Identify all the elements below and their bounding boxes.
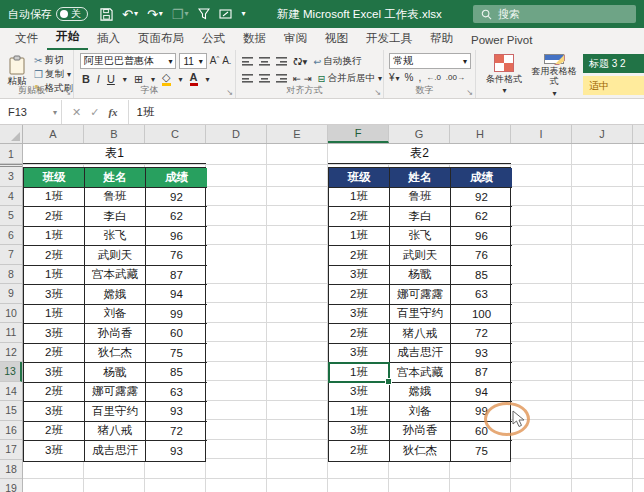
column-header-J[interactable]: J: [572, 125, 633, 143]
wrap-text-button[interactable]: ↩自动换行: [313, 55, 361, 68]
ribbon-tab-数据[interactable]: 数据: [234, 28, 275, 50]
row-header-5[interactable]: 5: [0, 206, 22, 226]
cell[interactable]: 鲁班: [390, 188, 451, 208]
cell[interactable]: 2班: [24, 344, 85, 364]
cell[interactable]: 1班: [329, 363, 390, 383]
cells-area[interactable]: 表1班级姓名成绩1班鲁班922班李白621班张飞962班武则天761班宫本武藏8…: [23, 144, 644, 492]
name-box[interactable]: F13 ▾: [0, 100, 62, 124]
align-right-icon[interactable]: [276, 74, 287, 83]
clipboard-dialog-launcher-icon[interactable]: ↘: [64, 88, 71, 97]
row-header-13[interactable]: 13: [0, 362, 22, 382]
select-all-corner[interactable]: [0, 125, 23, 144]
cell[interactable]: 93: [451, 344, 512, 364]
column-header-G[interactable]: G: [389, 125, 450, 143]
cell[interactable]: 94: [146, 285, 207, 305]
fill-caret-icon[interactable]: ▾: [179, 75, 183, 84]
row-header-7[interactable]: 7: [0, 245, 22, 265]
cell[interactable]: 百里守约: [390, 305, 451, 325]
cell[interactable]: 62: [146, 207, 207, 227]
row-header-17[interactable]: 17: [0, 440, 22, 460]
ribbon-tab-公式[interactable]: 公式: [193, 28, 234, 50]
cell[interactable]: 武则天: [85, 246, 146, 266]
cell[interactable]: 2班: [329, 207, 390, 227]
cell[interactable]: 60: [146, 324, 207, 344]
table-title[interactable]: 表1: [23, 144, 206, 164]
cell[interactable]: 2班: [24, 246, 85, 266]
cell[interactable]: 娜可露露: [85, 383, 146, 403]
ribbon-tab-开始[interactable]: 开始: [47, 26, 88, 50]
cell[interactable]: 60: [451, 422, 512, 442]
cell[interactable]: 2班: [24, 383, 85, 403]
cell[interactable]: 63: [451, 285, 512, 305]
cell[interactable]: 1班: [329, 227, 390, 247]
cell[interactable]: 猪八戒: [85, 422, 146, 442]
number-format-combobox[interactable]: 常规▾: [389, 53, 471, 69]
header-cell[interactable]: 班级: [329, 168, 390, 188]
row-header-6[interactable]: 6: [0, 226, 22, 246]
align-center-icon[interactable]: [259, 74, 270, 83]
save-icon[interactable]: [100, 8, 113, 21]
cell[interactable]: 3班: [329, 266, 390, 286]
currency-button[interactable]: ¥▾: [389, 72, 400, 83]
column-header-I[interactable]: I: [511, 125, 572, 143]
cell[interactable]: 刘备: [390, 402, 451, 422]
cell[interactable]: 3班: [24, 402, 85, 422]
underline-caret-icon[interactable]: ▾: [123, 75, 127, 84]
ribbon-tab-Power Pivot[interactable]: Power Pivot: [462, 31, 541, 50]
decrease-font-icon[interactable]: Aˇ: [222, 55, 231, 68]
cell[interactable]: 85: [146, 363, 207, 383]
cell[interactable]: 2班: [329, 246, 390, 266]
cut-button[interactable]: ✂剪切: [34, 54, 73, 67]
cell[interactable]: 2班: [329, 324, 390, 344]
cell[interactable]: 100: [451, 305, 512, 325]
number-dialog-launcher-icon[interactable]: ↘: [466, 88, 473, 97]
column-header-A[interactable]: A: [23, 125, 84, 143]
column-header-D[interactable]: D: [206, 125, 267, 143]
cell[interactable]: 猪八戒: [390, 324, 451, 344]
ribbon-tab-文件[interactable]: 文件: [6, 28, 47, 50]
row-header-14[interactable]: 14: [0, 382, 22, 402]
row-header-16[interactable]: 16: [0, 421, 22, 441]
cell[interactable]: 成吉思汗: [85, 441, 146, 461]
alignment-dialog-launcher-icon[interactable]: ↘: [374, 88, 381, 97]
cell[interactable]: 娜可露露: [390, 285, 451, 305]
cell[interactable]: 99: [146, 305, 207, 325]
cell[interactable]: 3班: [329, 344, 390, 364]
draw-box-icon[interactable]: [219, 8, 232, 20]
formula-content[interactable]: 1班: [129, 100, 644, 124]
align-left-icon[interactable]: [242, 74, 253, 83]
header-cell[interactable]: 成绩: [146, 168, 207, 188]
row-header-9[interactable]: 9: [0, 284, 22, 304]
cell[interactable]: 杨戬: [85, 363, 146, 383]
undo-icon[interactable]: ↶▾: [122, 8, 138, 21]
cell[interactable]: 武则天: [390, 246, 451, 266]
cell[interactable]: 宫本武藏: [85, 266, 146, 286]
row-header-19[interactable]: 19: [0, 479, 22, 492]
cell[interactable]: 96: [451, 227, 512, 247]
row-header-1[interactable]: 1: [0, 144, 22, 164]
cell[interactable]: 93: [146, 402, 207, 422]
cancel-icon[interactable]: ✕: [72, 106, 81, 119]
cell[interactable]: 87: [146, 266, 207, 286]
indent-buttons[interactable]: ⇤ ⇥: [293, 73, 312, 84]
cell[interactable]: 3班: [24, 324, 85, 344]
cell[interactable]: 76: [146, 246, 207, 266]
autosave-switch[interactable]: 关: [56, 7, 88, 21]
increase-font-icon[interactable]: A^: [210, 55, 220, 66]
orientation-button[interactable]: 🗘▾: [293, 56, 307, 67]
cell[interactable]: 张飞: [85, 227, 146, 247]
redo-icon[interactable]: ↷▾: [147, 8, 163, 21]
cell[interactable]: 72: [451, 324, 512, 344]
cell[interactable]: 1班: [24, 227, 85, 247]
copy-button[interactable]: ❐复制 ▾: [34, 68, 73, 81]
cell[interactable]: 3班: [329, 422, 390, 442]
cell[interactable]: 百里守约: [85, 402, 146, 422]
cell[interactable]: 成吉思汗: [390, 344, 451, 364]
row-header-8[interactable]: 8: [0, 265, 22, 285]
cell[interactable]: 刘备: [85, 305, 146, 325]
header-cell[interactable]: 姓名: [85, 168, 146, 188]
column-header-H[interactable]: H: [450, 125, 511, 143]
borders-caret-icon[interactable]: ▾: [151, 75, 155, 84]
row-header-10[interactable]: 10: [0, 304, 22, 324]
cell[interactable]: 87: [451, 363, 512, 383]
